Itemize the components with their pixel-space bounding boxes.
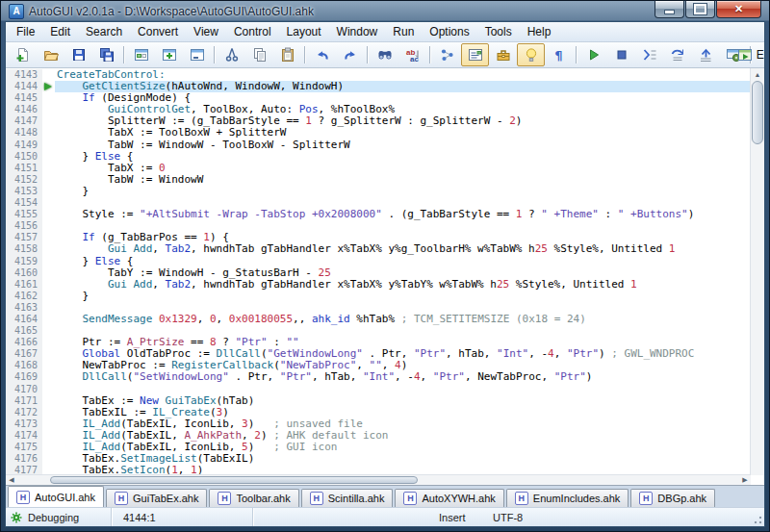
marker-margin[interactable] (42, 197, 55, 209)
menu-tools[interactable]: Tools (477, 22, 520, 41)
marker-margin[interactable] (42, 453, 55, 465)
scroll-right-icon[interactable]: ▶ (739, 476, 751, 484)
menu-window[interactable]: Window (329, 22, 386, 41)
maximize-button[interactable] (685, 0, 715, 18)
marker-margin[interactable] (42, 163, 55, 174)
marker-margin[interactable] (42, 209, 55, 220)
editor-line[interactable]: 4161 Gui Add, Tab2, hwndhTab gTabHandler… (6, 279, 751, 291)
code-editor[interactable]: 4143CreateTabControl:4144 GetClientSize(… (6, 68, 764, 486)
toolbox-button[interactable] (489, 43, 517, 66)
horizontal-scrollbar[interactable]: ◀ ▶ (6, 474, 751, 485)
menu-search[interactable]: Search (78, 22, 130, 41)
execute-label: Execute (757, 48, 765, 62)
file-tab-guitabex-ahk[interactable]: HGuiTabEx.ahk (106, 489, 207, 507)
designer-tree-button[interactable] (433, 43, 461, 66)
file-tab-scintilla-ahk[interactable]: HScintilla.ahk (301, 489, 394, 507)
formatting-marks-button[interactable]: ¶ (545, 43, 573, 66)
marker-margin[interactable] (42, 69, 55, 81)
minimize-button[interactable] (654, 0, 684, 18)
file-tab-autoxywh-ahk[interactable]: HAutoXYWH.ahk (395, 489, 503, 507)
file-tab-toolbar-ahk[interactable]: HToolbar.ahk (209, 489, 298, 507)
vertical-scroll-thumb[interactable] (752, 81, 763, 144)
editor-line[interactable]: 4164 SendMessage 0x1329, 0, 0x00180055,,… (6, 314, 751, 325)
marker-margin[interactable] (42, 360, 55, 371)
preview-window-button[interactable] (183, 43, 211, 66)
menu-convert[interactable]: Convert (130, 22, 186, 41)
editor-lines[interactable]: 4143CreateTabControl:4144 GetClientSize(… (6, 69, 751, 475)
editor-line[interactable]: 4153 } (6, 186, 751, 197)
marker-margin[interactable] (42, 104, 55, 115)
menu-file[interactable]: File (9, 22, 42, 41)
marker-margin[interactable] (42, 256, 55, 267)
marker-margin[interactable] (42, 430, 55, 442)
marker-margin[interactable] (42, 395, 55, 407)
paste-button[interactable] (273, 43, 301, 66)
marker-margin[interactable] (42, 279, 55, 291)
save-button[interactable] (64, 43, 92, 66)
undo-button[interactable] (308, 43, 336, 66)
file-tab-autogui-ahk[interactable]: HAutoGUI.ahk (8, 486, 104, 507)
properties-button[interactable] (461, 43, 489, 66)
menu-view[interactable]: View (186, 22, 226, 41)
marker-margin[interactable] (42, 232, 55, 243)
marker-margin[interactable] (42, 92, 55, 104)
marker-margin[interactable] (42, 220, 55, 232)
execute-button[interactable]: Execute (754, 43, 765, 66)
horizontal-scroll-thumb[interactable] (50, 476, 418, 484)
vertical-scrollbar[interactable]: ▲ (750, 68, 764, 475)
stop-button[interactable] (607, 43, 635, 66)
marker-margin[interactable] (42, 314, 55, 325)
marker-margin[interactable] (42, 151, 55, 163)
file-tab-enumincludes-ahk[interactable]: HEnumIncludes.ahk (506, 489, 629, 507)
editor-line[interactable]: 4169 DllCall("SetWindowLong" . Ptr, "Ptr… (6, 371, 751, 383)
cut-button[interactable] (218, 43, 245, 66)
marker-margin[interactable] (42, 174, 55, 186)
marker-margin[interactable] (42, 442, 55, 453)
menu-run[interactable]: Run (385, 22, 422, 41)
marker-margin[interactable] (42, 186, 55, 197)
resize-grip[interactable] (752, 514, 763, 525)
file-tab-dbgp-ahk[interactable]: HDBGp.ahk (630, 489, 715, 507)
marker-margin[interactable] (42, 243, 55, 255)
step-over-button[interactable] (663, 43, 691, 66)
scroll-up-icon[interactable]: ▲ (751, 68, 764, 80)
marker-margin[interactable] (42, 371, 55, 383)
marker-margin[interactable] (42, 139, 55, 151)
marker-margin[interactable] (42, 348, 55, 360)
run-button[interactable] (579, 43, 607, 66)
title-bar[interactable]: A AutoGUI v2.0.1a - D:\Workspace\AutoGUI… (1, 1, 769, 21)
marker-margin[interactable] (42, 81, 55, 92)
editor-line[interactable]: 4162 } (6, 291, 751, 302)
menu-layout[interactable]: Layout (279, 22, 329, 41)
menu-help[interactable]: Help (520, 22, 559, 41)
step-out-button[interactable] (691, 43, 719, 66)
step-into-button[interactable] (635, 43, 663, 66)
find-button[interactable] (371, 43, 398, 66)
marker-margin[interactable] (42, 302, 55, 314)
save-all-button[interactable] (92, 43, 120, 66)
menu-options[interactable]: Options (422, 22, 476, 41)
marker-margin[interactable] (42, 418, 55, 430)
editor-line[interactable]: 4155 Style := "+AltSubmit -Wrap -TabStop… (6, 209, 751, 220)
marker-margin[interactable] (42, 325, 55, 337)
new-script-button[interactable] (9, 43, 37, 66)
editor-line[interactable]: 4152 TabW := WindowW (6, 174, 751, 186)
marker-margin[interactable] (42, 115, 55, 127)
menu-edit[interactable]: Edit (42, 22, 78, 41)
close-button[interactable]: ✕ (716, 0, 761, 18)
tips-button[interactable] (517, 43, 545, 66)
marker-margin[interactable] (42, 267, 55, 279)
copy-button[interactable] (245, 43, 273, 66)
marker-margin[interactable] (42, 337, 55, 348)
redo-button[interactable] (336, 43, 364, 66)
marker-margin[interactable] (42, 127, 55, 139)
marker-margin[interactable] (42, 384, 55, 395)
replace-button[interactable]: abac (398, 43, 426, 66)
open-button[interactable] (37, 43, 64, 66)
marker-margin[interactable] (42, 291, 55, 302)
new-window-button[interactable] (127, 43, 155, 66)
menu-control[interactable]: Control (226, 22, 279, 41)
marker-margin[interactable] (42, 407, 55, 418)
add-window-button[interactable] (155, 43, 183, 66)
scroll-left-icon[interactable]: ◀ (6, 476, 17, 484)
